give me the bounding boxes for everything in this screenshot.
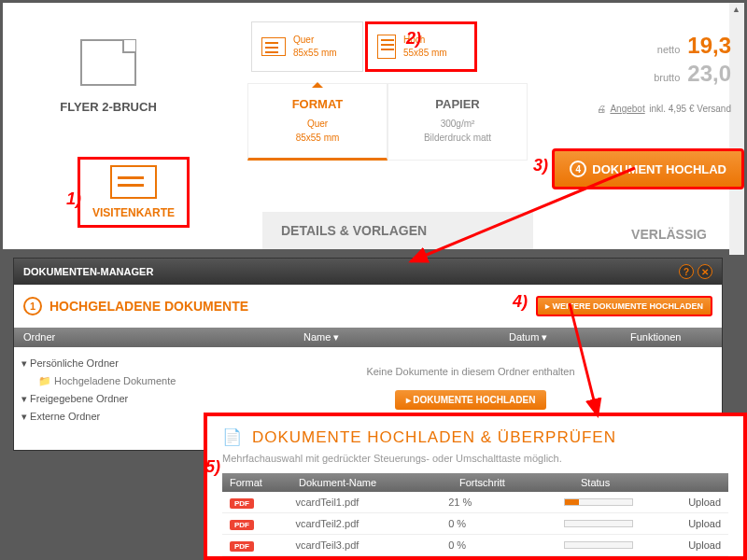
- options-area: Quer85x55 mm Hoch55x85 mm FORMAT Quer85x…: [247, 3, 528, 161]
- pdf-badge: PDF: [230, 520, 254, 530]
- more-upload-button[interactable]: ▸ WEITERE DOKUMENTE HOCHLADEN: [536, 296, 712, 316]
- file-progress-pct: 21 %: [448, 497, 564, 508]
- lines-icon: [261, 37, 286, 56]
- tab-papier[interactable]: PAPIER 300g/m²Bilderdruck matt: [388, 83, 528, 161]
- option-quer[interactable]: Quer85x55 mm: [251, 21, 363, 72]
- pdf-badge: PDF: [230, 498, 254, 509]
- format-title: FORMAT: [254, 97, 381, 111]
- print-icon: 🖨: [597, 104, 606, 114]
- upload-subtitle: Mehrfachauswahl mit gedrückter Steuerung…: [222, 453, 728, 464]
- pdf-badge: PDF: [230, 541, 254, 552]
- upload-title: DOKUMENTE HOCHLADEN & ÜBERPRÜFEN: [252, 428, 616, 447]
- upload-action[interactable]: Upload: [688, 497, 721, 508]
- file-name: vcardTeil3.pdf: [295, 539, 448, 551]
- file-name: vcardTeil2.pdf: [295, 518, 448, 529]
- price-brutto: 23,0: [687, 61, 731, 86]
- file-progress-pct: 0 %: [448, 518, 564, 529]
- flyer-label: FLYER 2-BRUCH: [20, 100, 197, 114]
- file-progress-pct: 0 %: [448, 539, 564, 551]
- close-icon[interactable]: ✕: [698, 264, 712, 279]
- tree-personal[interactable]: ▾ Persönliche Ordner: [21, 355, 212, 372]
- upload-icon: 📄: [222, 427, 243, 447]
- progress-bar: [564, 541, 633, 549]
- upload-row[interactable]: PDFvcardTeil2.pdf0 %Upload: [222, 513, 728, 535]
- upload-action[interactable]: Upload: [688, 518, 721, 529]
- sort-name[interactable]: Name ▾: [303, 331, 509, 343]
- verlassig-label: VERLÄSSIG: [631, 227, 707, 242]
- upload-docs-button[interactable]: ▸ DOKUMENTE HOCHLADEN: [395, 390, 547, 410]
- opt-hoch-size: 55x85 mm: [403, 48, 447, 58]
- upload-columns: Format Dokument-Name Fortschritt Status: [222, 473, 728, 492]
- help-icon[interactable]: ?: [679, 264, 694, 279]
- file-name: vcardTeil1.pdf: [295, 497, 448, 508]
- flyer-icon: [80, 39, 136, 86]
- step-3-marker: 3): [533, 156, 548, 175]
- dm-header: DOKUMENTEN-MANAGER ? ✕: [14, 259, 722, 285]
- visitenkarte-icon: [110, 165, 157, 199]
- tree-shared[interactable]: ▾ Freigegebene Ordner: [21, 390, 212, 408]
- step-circle-icon: 4: [570, 161, 586, 177]
- step-5-marker: 5): [205, 457, 220, 477]
- opt-quer-name: Quer: [293, 35, 314, 45]
- angebot-link[interactable]: Angebot: [610, 104, 644, 114]
- tree-external[interactable]: ▾ Externe Ordner: [21, 408, 212, 426]
- upload-panel: 📄DOKUMENTE HOCHLADEN & ÜBERPRÜFEN Mehrfa…: [204, 413, 747, 560]
- folder-tree: ▾ Persönliche Ordner 📁 Hochgeladene Doku…: [14, 347, 219, 450]
- price-area: netto19,3 brutto23,0 🖨 Angebot inkl. 4,9…: [557, 31, 744, 116]
- step-4-marker: 4): [513, 292, 528, 312]
- visitenkarte-label: VISITENKARTE: [84, 206, 183, 219]
- upload-row[interactable]: PDFvcardTeil3.pdf0 %Upload: [222, 535, 728, 556]
- sort-date[interactable]: Datum ▾: [509, 331, 630, 343]
- lines-icon: [377, 35, 396, 59]
- opt-quer-size: 85x55 mm: [293, 48, 337, 58]
- details-bar[interactable]: DETAILS & VORLAGEN: [262, 212, 533, 249]
- step-1-marker: 1): [66, 189, 81, 209]
- upload-document-button[interactable]: 4 DOKUMENT HOCHLAD: [552, 148, 744, 189]
- price-netto: 19,3: [687, 33, 731, 58]
- progress-bar: [564, 498, 633, 506]
- dm-columns: Ordner Name ▾ Datum ▾ Funktionen: [14, 328, 722, 347]
- top-panel: FLYER 2-BRUCH VISITENKARTE 1) Quer85x55 …: [0, 0, 747, 252]
- step-circle-icon: 1: [23, 297, 42, 315]
- product-flyer[interactable]: FLYER 2-BRUCH: [20, 25, 197, 114]
- step-2-marker: 2): [406, 29, 421, 49]
- papier-title: PAPIER: [394, 97, 521, 111]
- dm-title: HOCHGELADENE DOKUMENTE: [49, 299, 248, 314]
- upload-action[interactable]: Upload: [688, 539, 721, 551]
- product-visitenkarte[interactable]: VISITENKARTE: [78, 157, 190, 228]
- upload-row[interactable]: PDFvcardTeil1.pdf21 %Upload: [222, 492, 728, 513]
- tree-uploaded[interactable]: 📁 Hochgeladene Dokumente: [21, 372, 212, 390]
- tab-format[interactable]: FORMAT Quer85x55 mm: [247, 83, 388, 161]
- progress-bar: [564, 520, 633, 527]
